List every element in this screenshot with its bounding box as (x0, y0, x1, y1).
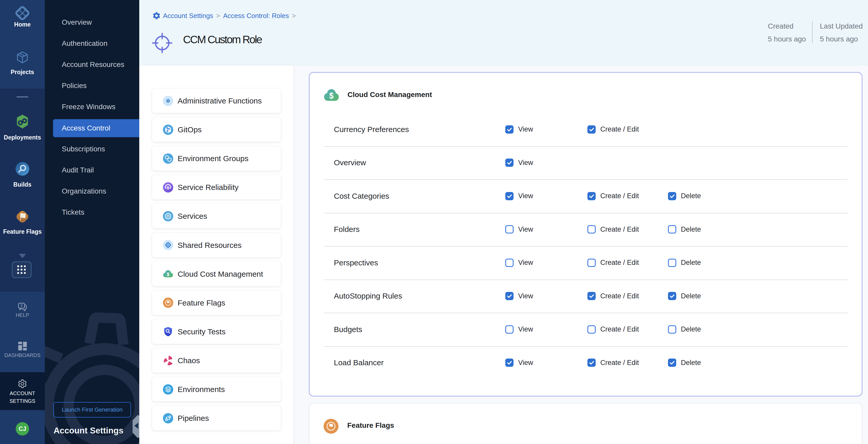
svg-text:$: $ (329, 91, 334, 100)
svg-text:?: ? (20, 304, 23, 308)
svg-text:$: $ (167, 272, 169, 277)
